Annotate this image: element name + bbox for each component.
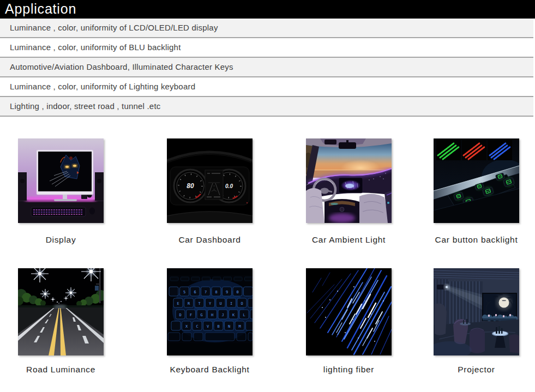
gallery-item-lighting-fiber: lighting fiber xyxy=(306,268,392,375)
car-ambient-light-photo xyxy=(306,138,392,223)
monitor xyxy=(37,150,93,201)
section-title: Application xyxy=(0,0,535,18)
key-row-home: DFGHJKL xyxy=(179,313,253,317)
application-page: Application Luminance , color, uniformit… xyxy=(0,0,535,392)
lighting-fiber-photo xyxy=(306,268,392,355)
gallery-item-car-button-backlight: Car button backlight xyxy=(434,138,519,245)
key-row-bottom: XCVBNM xyxy=(185,324,249,329)
figure-caption: Car Ambient Light xyxy=(306,235,392,245)
inset-blue-strips xyxy=(488,140,512,160)
display-photo xyxy=(18,138,104,223)
inset-red-strips xyxy=(462,140,486,160)
road-luminance-photo xyxy=(18,268,104,355)
gallery-item-car-dashboard: 80 0.0 xyxy=(167,138,253,245)
application-row-2: Luminance , color, uniformity of BLU bac… xyxy=(0,38,533,58)
gallery-item-display: Display xyxy=(18,138,104,245)
center-screen xyxy=(339,178,363,193)
figure-caption: Car button backlight xyxy=(434,235,519,245)
keyboard-backlight-photo: 567890 ERTYUIO DFGHJKL XCVBNM xyxy=(167,268,253,355)
gallery-item-road-luminance: Road Luminance xyxy=(18,268,104,375)
gallery-item-keyboard-backlight: 567890 ERTYUIO DFGHJKL XCVBNM Keyboard B… xyxy=(167,268,253,375)
rgb-keyboard xyxy=(31,207,86,216)
speedometer-value: 80 xyxy=(187,182,194,190)
mouse xyxy=(89,208,95,215)
center-display xyxy=(205,170,223,200)
figure-caption: Road Luminance xyxy=(18,365,104,375)
figure-caption: Display xyxy=(18,235,104,245)
car-dashboard-photo: 80 0.0 xyxy=(167,138,253,223)
projection-screen xyxy=(482,293,518,321)
gallery-item-projector: Projector xyxy=(434,268,519,375)
inset-green-strips xyxy=(436,140,461,160)
gallery-item-car-ambient-light: Car Ambient Light xyxy=(306,138,392,245)
application-list: Luminance , color, uniformity of LCD/OLE… xyxy=(0,19,533,117)
key-row-numbers: 567890 xyxy=(183,290,247,294)
figure-caption: Projector xyxy=(434,365,519,375)
key-row-top: ERTYUIO xyxy=(177,301,251,306)
tachometer-value: 0.0 xyxy=(225,183,233,189)
application-row-4: Luminance , color, uniformity of Lightin… xyxy=(0,77,533,97)
application-row-3: Automotive/Aviation Dashboard, Illuminat… xyxy=(0,58,533,77)
application-row-1: Luminance , color, uniformity of LCD/OLE… xyxy=(0,19,533,38)
figure-caption: lighting fiber xyxy=(306,365,392,375)
figure-caption: Car Dashboard xyxy=(167,235,253,245)
figure-caption: Keyboard Backlight xyxy=(167,365,253,375)
application-row-5: Lighting , indoor, street road , tunnel … xyxy=(0,97,533,117)
car-button-backlight-photo xyxy=(434,138,519,223)
section-header: Application xyxy=(0,0,535,19)
projector-photo xyxy=(434,268,519,355)
